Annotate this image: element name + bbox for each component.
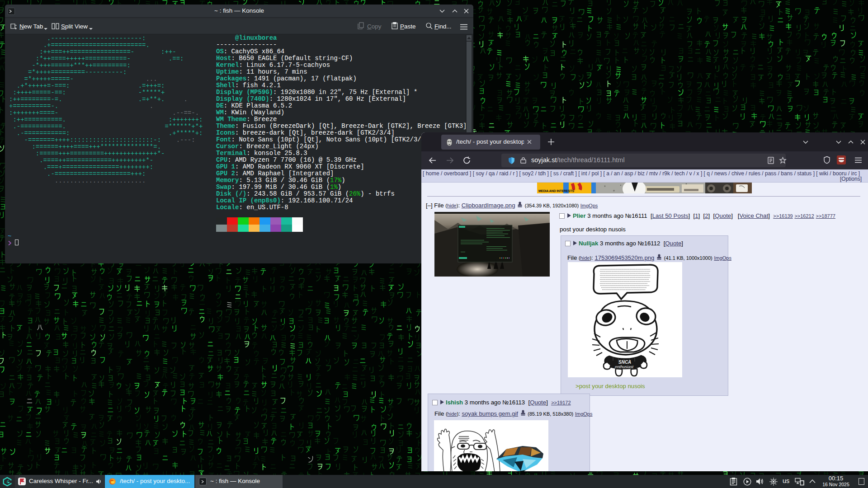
svg-text:SNCA: SNCA xyxy=(618,360,631,365)
svg-text:MEDIA AND INTERESTS: MEDIA AND INTERESTS xyxy=(538,189,574,193)
